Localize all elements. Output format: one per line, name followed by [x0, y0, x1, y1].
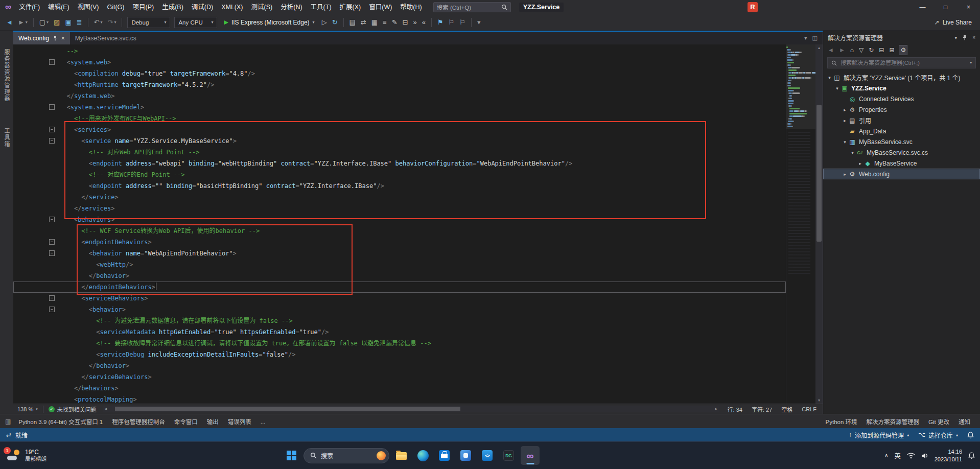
indent-increase-icon[interactable]: » [411, 16, 418, 29]
menu-item[interactable]: 分析(N) [276, 0, 306, 14]
ime-indicator[interactable]: 英 [895, 451, 901, 460]
tree-item-solution[interactable]: ▾◫解决方案 'YZZ.Service' (1 个项目，共 1 个) [823, 72, 980, 83]
tray-overflow-icon[interactable]: ∧ [884, 452, 889, 459]
live-share-button[interactable]: ↗ Live Share [935, 19, 972, 26]
format-document-icon[interactable]: ≡ [381, 16, 389, 29]
scroll-up-icon[interactable]: ▴ [818, 45, 820, 50]
bottom-tab-command-window[interactable]: 命令窗口 [170, 417, 202, 426]
maximize-button[interactable]: □ [934, 0, 957, 14]
solution-configurations-combo[interactable]: Debug▾ [127, 17, 170, 28]
run-button[interactable]: ▶IIS Express (Microsoft Edge)▾ [220, 16, 318, 29]
tree-item-app-data[interactable]: ▰App_Data [823, 126, 980, 136]
code-line[interactable]: <system.serviceModel> [13, 102, 786, 113]
se-forward-icon[interactable]: ► [839, 45, 845, 55]
chevron-down-icon[interactable]: ▾ [849, 150, 856, 155]
code-line[interactable]: <serviceDebug includeExceptionDetailInFa… [13, 349, 786, 360]
solution-platforms-combo[interactable]: Any CPU▾ [174, 17, 217, 28]
chevron-right-icon[interactable]: ▸ [857, 161, 864, 166]
code-line[interactable]: <!-- 要接收故障异常详细信息以进行调试，请将以下值设置为 true。在部署前… [13, 338, 786, 349]
tree-item-properties[interactable]: ▸⚙Properties [823, 104, 980, 115]
tree-item-mybaseservice-class[interactable]: ▸◆MyBaseService [823, 158, 980, 169]
open-file-icon[interactable]: ▨ [52, 16, 62, 29]
solution-explorer-search-input[interactable] [841, 60, 966, 66]
fold-collapse-icon[interactable]: − [49, 127, 55, 132]
menu-item[interactable]: 工具(T) [307, 0, 336, 14]
server-explorer-vertical-tab[interactable]: 服务器资源管理器 [3, 49, 11, 102]
new-project-icon[interactable]: ▢▾ [37, 16, 51, 29]
se-switch-views-icon[interactable]: ⚙ [899, 45, 907, 55]
navigate-forward-icon[interactable]: ►▾ [16, 16, 30, 29]
code-line[interactable]: <!--用来对外发布WCF与WebAPI--> [13, 113, 786, 124]
start-button[interactable] [282, 446, 301, 465]
scroll-right-icon[interactable]: ► [714, 406, 718, 412]
datagrip-icon[interactable]: DG [499, 446, 518, 465]
code-line[interactable]: <webHttp/> [13, 259, 786, 270]
fold-collapse-icon[interactable]: − [49, 104, 55, 110]
tree-item-references[interactable]: ▸▤引用 [823, 115, 980, 126]
vertical-scrollbar[interactable]: ▴ ▾ [815, 44, 823, 404]
bookmark-next-icon[interactable]: ⚐ [457, 16, 468, 29]
tree-item-mybaseservice-svc[interactable]: ▾▥MyBaseService.svc [823, 136, 980, 147]
code-line[interactable]: <services> [13, 124, 786, 135]
pin-icon[interactable] [962, 35, 967, 40]
bottom-tab-overflow[interactable]: ... [256, 418, 270, 425]
menu-item[interactable]: 帮助(H) [396, 0, 426, 14]
menu-item[interactable]: 生成(B) [158, 0, 188, 14]
pin-icon[interactable] [53, 35, 58, 41]
code-line[interactable]: </behaviors> [13, 383, 786, 394]
code-line[interactable]: <endpoint address="" binding="basicHttpB… [13, 180, 786, 192]
code-line[interactable]: </services> [13, 203, 786, 214]
code-line[interactable]: <behavior> [13, 304, 786, 315]
bottom-tab-error-list[interactable]: 错误列表 [223, 417, 256, 426]
volume-icon[interactable] [921, 453, 928, 459]
menu-item[interactable]: XML(X) [217, 0, 247, 14]
menu-item[interactable]: 项目(P) [128, 0, 158, 14]
code-line[interactable]: </behavior> [13, 360, 786, 371]
code-line[interactable]: <!-- 对应Web API的End Point --> [13, 147, 786, 158]
minimize-button[interactable]: — [911, 0, 934, 14]
toolbar-options-icon[interactable]: ▾ [475, 16, 483, 29]
teams-icon[interactable] [456, 446, 475, 465]
refresh-icon[interactable]: ↻ [330, 16, 340, 29]
bookmark-toggle-icon[interactable]: ⚑ [435, 16, 446, 29]
code-line[interactable]: <service name="YZZ.Service.MyBaseService… [13, 135, 786, 147]
menu-item[interactable]: 视图(V) [74, 0, 103, 14]
fold-collapse-icon[interactable]: − [49, 239, 55, 245]
se-back-icon[interactable]: ◄ [828, 45, 834, 55]
save-all-icon[interactable]: ≣ [75, 16, 84, 29]
zoom-control[interactable]: 138 % ▾ [17, 406, 38, 412]
solution-explorer-search[interactable]: ▾ [827, 57, 976, 68]
select-repository-button[interactable]: ⌥ 选择仓库 ▴ [918, 431, 958, 439]
minimap[interactable] [786, 44, 815, 404]
clock[interactable]: 14:16 2023/10/11 [935, 448, 962, 463]
vertical-scrollbar-thumb[interactable] [816, 105, 822, 242]
se-filter-icon[interactable]: ▽ [859, 45, 864, 55]
chevron-down-icon[interactable]: ▾ [826, 75, 833, 80]
code-line[interactable]: <protocolMapping> [13, 394, 786, 404]
tree-item-web-config[interactable]: ▸⚙Web.config [823, 169, 980, 179]
fold-collapse-icon[interactable]: − [49, 295, 55, 301]
menu-item[interactable]: 调试(D) [188, 0, 217, 14]
fold-collapse-icon[interactable]: − [49, 250, 55, 256]
se-home-icon[interactable]: ⌂ [850, 45, 854, 55]
code-line[interactable]: </endpointBehaviors> [13, 282, 786, 293]
code-line[interactable]: <endpointBehaviors> [13, 237, 786, 248]
panel-tab-git-changes[interactable]: Git 更改 [924, 417, 954, 426]
code-line[interactable]: <compilation debug="true" targetFramewor… [13, 68, 786, 79]
background-tasks-icon[interactable]: ⇄ [6, 431, 11, 438]
weather-widget[interactable]: 1 19°C 局部晴朗 [0, 449, 46, 462]
fold-collapse-icon[interactable]: − [49, 59, 55, 65]
bottom-tab-python-interactive[interactable]: Python 3.9 (64-bit) 交互式窗口 1 [14, 417, 107, 426]
horizontal-scrollbar-thumb[interactable] [115, 407, 460, 411]
se-show-all-files-icon[interactable]: ⊞ [889, 45, 894, 55]
start-without-debugging-icon[interactable]: ▷ [320, 16, 329, 29]
visual-studio-icon[interactable]: ∞ [521, 446, 540, 465]
se-refresh-icon[interactable]: ↻ [869, 45, 874, 55]
undo-icon[interactable]: ↶▾ [92, 16, 105, 29]
chevron-right-icon[interactable]: ▸ [842, 118, 848, 123]
panel-tab-notifications[interactable]: 通知 [954, 417, 975, 426]
store-icon[interactable] [435, 446, 454, 465]
code-line[interactable]: <behavior name="WebApiEndPointBehavior"> [13, 248, 786, 259]
vscode-icon[interactable]: <> [478, 446, 497, 465]
panel-close-icon[interactable]: × [972, 35, 975, 40]
